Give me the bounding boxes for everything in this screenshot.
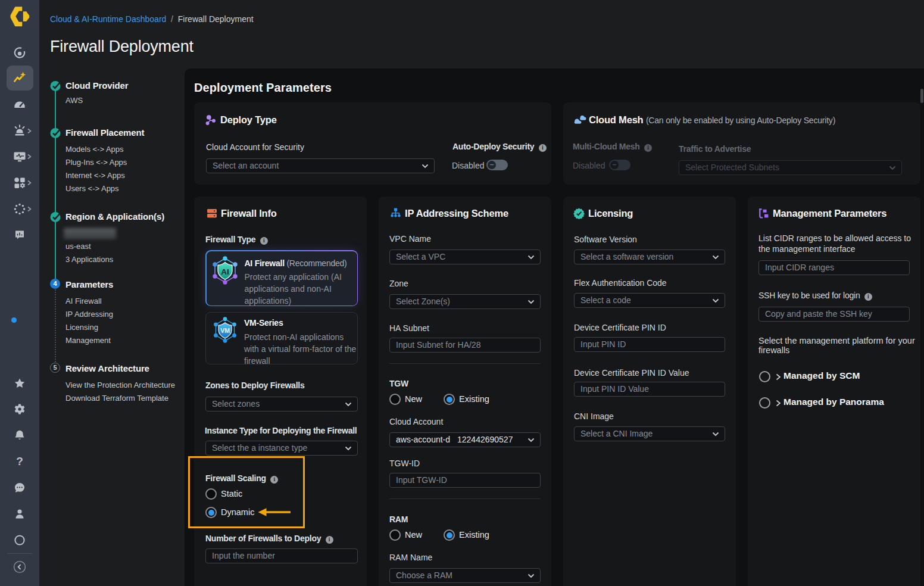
svg-text:AI: AI	[221, 267, 229, 276]
svg-text:VM: VM	[220, 327, 230, 334]
